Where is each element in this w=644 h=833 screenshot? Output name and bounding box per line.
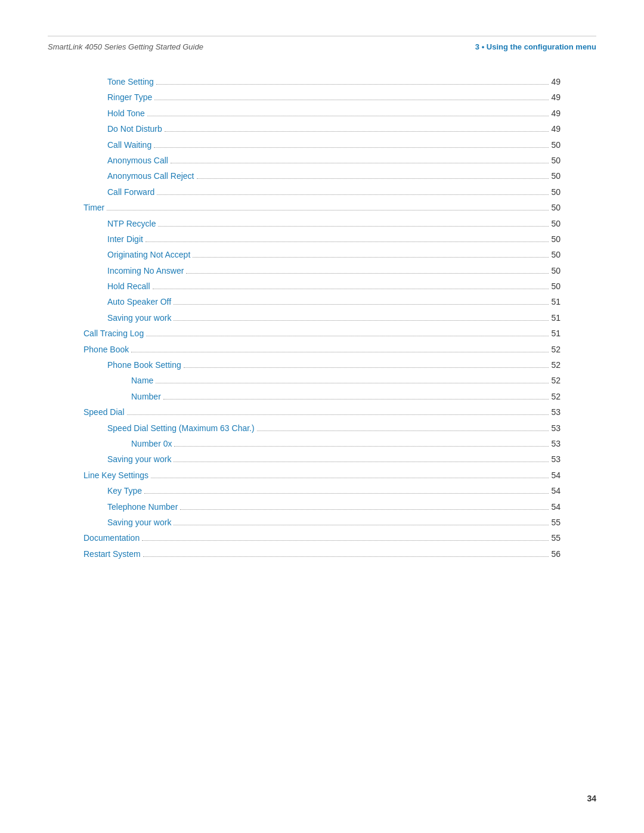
toc-entry-text[interactable]: Number <box>131 390 161 403</box>
toc-entry: Phone Book Setting52 <box>83 358 561 371</box>
toc-dots <box>146 336 549 336</box>
toc-page-number: 49 <box>551 107 561 120</box>
toc-page-number: 50 <box>551 201 561 214</box>
toc-dots <box>154 100 549 100</box>
toc-link[interactable]: Phone Book <box>83 345 129 354</box>
toc-link[interactable]: Saving your work <box>107 313 171 323</box>
toc-entry-text[interactable]: Hold Recall <box>107 280 150 293</box>
toc-entry-text[interactable]: Timer <box>83 201 104 214</box>
header-right-text: 3 • Using the configuration menu <box>475 42 596 51</box>
toc-link[interactable]: Speed Dial <box>83 407 125 417</box>
toc-link[interactable]: Ringer Type <box>107 92 152 102</box>
toc-entry: Speed Dial53 <box>83 405 561 419</box>
toc-dots <box>153 289 549 289</box>
toc-entry-text[interactable]: Telephone Number <box>107 500 178 513</box>
toc-entry-text[interactable]: Tone Setting <box>107 75 154 88</box>
toc-entry: Speed Dial Setting (Maximum 63 Char.)53 <box>83 422 561 435</box>
toc-link[interactable]: Number 0x <box>131 439 172 448</box>
toc-page-number: 50 <box>551 248 561 261</box>
toc-link[interactable]: Anonymous Call <box>107 156 168 165</box>
toc-entry: Do Not Disturb49 <box>83 122 561 135</box>
toc-link[interactable]: Do Not Disturb <box>107 124 162 134</box>
toc-entry-text[interactable]: Restart System <box>83 547 141 561</box>
toc-link[interactable]: Phone Book Setting <box>107 360 181 370</box>
toc-link[interactable]: Auto Speaker Off <box>107 297 171 306</box>
toc-link[interactable]: Incoming No Answer <box>107 266 184 275</box>
toc-link[interactable]: Tone Setting <box>107 77 154 86</box>
toc-entry: Line Key Settings54 <box>83 469 561 482</box>
toc-dots <box>174 320 549 321</box>
toc-entry-text[interactable]: Name <box>131 374 153 387</box>
toc-entry-text[interactable]: NTP Recycle <box>107 217 156 230</box>
toc-link[interactable]: Restart System <box>83 549 141 559</box>
toc-link[interactable]: Saving your work <box>107 518 171 527</box>
toc-entry: Name52 <box>83 374 561 387</box>
toc-dots <box>174 304 549 305</box>
toc-entry-text[interactable]: Speed Dial Setting (Maximum 63 Char.) <box>107 422 255 435</box>
toc-page-number: 55 <box>551 531 561 544</box>
toc-page-number: 51 <box>551 311 561 324</box>
toc-link[interactable]: Key Type <box>107 486 142 496</box>
toc-entry-text[interactable]: Saving your work <box>107 453 171 466</box>
toc-entry-text[interactable]: Saving your work <box>107 516 171 529</box>
toc-entry-text[interactable]: Do Not Disturb <box>107 122 162 135</box>
toc-link[interactable]: Line Key Settings <box>83 470 148 480</box>
toc-entry: Restart System56 <box>83 547 561 561</box>
toc-link[interactable]: Timer <box>83 203 104 212</box>
toc-entry-text[interactable]: Key Type <box>107 484 142 497</box>
toc-link[interactable]: Call Tracing Log <box>83 329 144 338</box>
toc-entry-text[interactable]: Line Key Settings <box>83 469 148 482</box>
toc-entry-text[interactable]: Incoming No Answer <box>107 264 184 277</box>
toc-page-number: 50 <box>551 138 561 151</box>
toc-link[interactable]: Anonymous Call Reject <box>107 171 194 181</box>
toc-entry-text[interactable]: Saving your work <box>107 311 171 324</box>
toc-entry-text[interactable]: Auto Speaker Off <box>107 295 171 308</box>
toc-entry: Auto Speaker Off51 <box>83 295 561 308</box>
toc-entry: Call Waiting50 <box>83 138 561 151</box>
toc-page-number: 53 <box>551 405 561 419</box>
toc-link[interactable]: Telephone Number <box>107 502 178 512</box>
toc-entry-text[interactable]: Call Tracing Log <box>83 327 144 340</box>
toc-dots <box>142 540 549 541</box>
toc-link[interactable]: Documentation <box>83 533 140 543</box>
toc-dots <box>158 226 549 227</box>
toc-entry-text[interactable]: Call Forward <box>107 185 154 199</box>
toc-page-number: 54 <box>551 484 561 497</box>
toc-entry: Saving your work53 <box>83 453 561 466</box>
toc-entry-text[interactable]: Anonymous Call <box>107 154 168 167</box>
toc-entry-text[interactable]: Call Waiting <box>107 138 151 151</box>
toc-entry-text[interactable]: Originating Not Accept <box>107 248 190 261</box>
toc-entry: Number 0x53 <box>83 437 561 450</box>
toc-link[interactable]: Hold Recall <box>107 281 150 291</box>
toc-link[interactable]: Call Forward <box>107 187 154 197</box>
toc-dots <box>193 257 549 258</box>
toc-link[interactable]: Name <box>131 376 153 385</box>
toc-dots <box>107 210 549 210</box>
toc-entry: Hold Recall50 <box>83 280 561 293</box>
toc-entry-text[interactable]: Anonymous Call Reject <box>107 169 194 182</box>
toc-link[interactable]: Hold Tone <box>107 109 145 118</box>
toc-entry-text[interactable]: Phone Book Setting <box>107 358 181 371</box>
toc-link[interactable]: NTP Recycle <box>107 219 156 228</box>
toc-page-number: 52 <box>551 374 561 387</box>
toc-link[interactable]: Inter Digit <box>107 234 143 244</box>
toc-entry: Telephone Number54 <box>83 500 561 513</box>
toc-link[interactable]: Call Waiting <box>107 140 151 150</box>
toc-entry-text[interactable]: Number 0x <box>131 437 172 450</box>
toc-entry-text[interactable]: Phone Book <box>83 343 129 356</box>
toc-link[interactable]: Number <box>131 392 161 401</box>
toc-dots <box>131 352 549 352</box>
toc-entry-text[interactable]: Speed Dial <box>83 405 125 419</box>
page-number: 34 <box>587 794 596 803</box>
toc-link[interactable]: Saving your work <box>107 454 171 464</box>
toc-dots <box>127 414 549 415</box>
toc-page-number: 50 <box>551 233 561 246</box>
toc-dots <box>145 241 549 242</box>
toc-entry-text[interactable]: Ringer Type <box>107 91 152 104</box>
toc-entry-text[interactable]: Documentation <box>83 531 140 544</box>
toc-link[interactable]: Speed Dial Setting (Maximum 63 Char.) <box>107 423 255 433</box>
toc-dots <box>171 163 549 163</box>
toc-entry-text[interactable]: Hold Tone <box>107 107 145 120</box>
toc-link[interactable]: Originating Not Accept <box>107 250 190 259</box>
toc-entry-text[interactable]: Inter Digit <box>107 233 143 246</box>
